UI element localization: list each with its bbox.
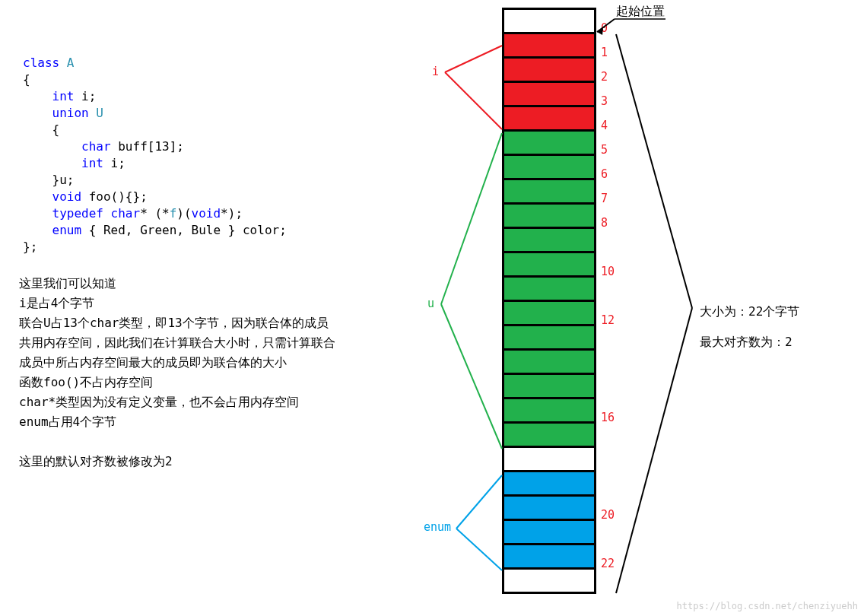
svg-line-6 (441, 304, 502, 449)
memory-cell (502, 567, 596, 594)
svg-line-5 (441, 133, 502, 304)
memory-cell (502, 154, 596, 178)
byte-number: 22 (601, 557, 615, 570)
byte-number: 2 (601, 70, 608, 84)
byte-number: 20 (601, 508, 615, 522)
memory-cell (502, 275, 596, 300)
byte-number: 4 (601, 119, 608, 132)
svg-line-3 (445, 46, 502, 72)
memory-cell (502, 446, 596, 470)
memory-cell (502, 494, 596, 519)
memory-cell (502, 519, 596, 543)
explain-line: 这里我们可以知道 (19, 274, 338, 294)
byte-number: 1 (601, 46, 608, 59)
svg-line-9 (616, 34, 692, 308)
byte-number: 7 (601, 192, 608, 205)
explain-line: i是占4个字节 (19, 294, 338, 313)
memory-cell (502, 32, 596, 56)
explanation-text: 这里我们可以知道 i是占4个字节 联合U占13个char类型，即13个字节，因为… (19, 274, 338, 472)
byte-number: 6 (601, 167, 608, 181)
memory-cell (502, 348, 596, 373)
byte-number: 8 (601, 216, 608, 230)
start-position-label: 起始位置 (616, 4, 665, 20)
memory-cell (502, 8, 596, 32)
memory-cell (502, 202, 596, 227)
memory-cell (502, 373, 596, 397)
svg-line-10 (616, 308, 692, 593)
memory-cell (502, 324, 596, 348)
byte-number: 10 (601, 265, 615, 278)
explain-line: 这里的默认对齐数被修改为2 (19, 452, 338, 472)
memory-cell (502, 178, 596, 202)
memory-cell (502, 421, 596, 446)
memory-cell (502, 300, 596, 324)
memory-cell (502, 56, 596, 81)
memory-cell (502, 397, 596, 421)
byte-number: 12 (601, 313, 615, 327)
svg-line-8 (456, 529, 502, 570)
byte-number: 5 (601, 143, 608, 157)
code-block: class A { int i; union U { char buff[13]… (23, 38, 287, 256)
explain-line: enum占用4个字节 (19, 412, 338, 432)
memory-cell (502, 105, 596, 129)
byte-number: 16 (601, 411, 615, 424)
memory-diagram (502, 8, 593, 594)
size-text: 大小为：22个字节 (700, 297, 799, 327)
byte-number: 3 (601, 94, 608, 108)
memory-cell (502, 81, 596, 105)
memory-cell (502, 129, 596, 154)
member-label-u: u (427, 297, 434, 310)
align-text: 最大对齐数为：2 (700, 327, 799, 357)
byte-number: 0 (601, 21, 608, 35)
memory-cell (502, 470, 596, 494)
explain-line: char*类型因为没有定义变量，也不会占用内存空间 (19, 392, 338, 412)
svg-line-4 (445, 72, 502, 129)
memory-cell (502, 227, 596, 251)
memory-cell (502, 543, 596, 567)
explain-line: 联合U占13个char类型，即13个字节，因为联合体的成员共用内存空间，因此我们… (19, 313, 338, 373)
explain-line: 函数foo()不占内存空间 (19, 373, 338, 392)
member-label-i: i (432, 65, 439, 78)
watermark: https://blog.csdn.net/chenziyuehh (677, 601, 858, 611)
member-label-enum: enum (424, 520, 451, 534)
summary-info: 大小为：22个字节 最大对齐数为：2 (700, 297, 799, 357)
svg-line-7 (456, 475, 502, 529)
memory-cell (502, 251, 596, 275)
